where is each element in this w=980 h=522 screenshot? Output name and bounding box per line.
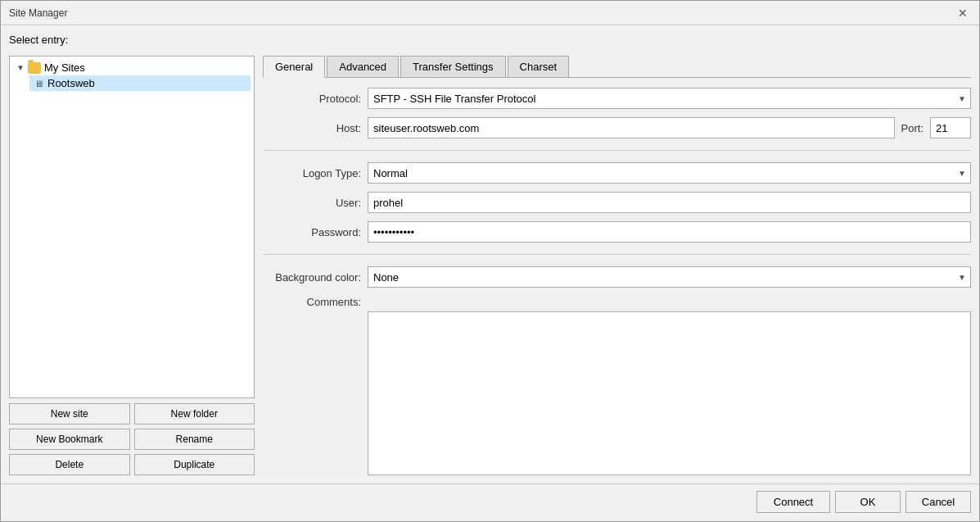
server-icon: 🖥 <box>33 78 44 89</box>
action-buttons: New site New folder New Bookmark Rename … <box>9 403 255 475</box>
left-panel: ▼ My Sites 🖥 Rootsweb New site New folde… <box>9 56 255 475</box>
tree-root-label: My Sites <box>44 61 85 74</box>
tree-child-label: Rootsweb <box>47 77 95 89</box>
tree-child-item[interactable]: 🖥 Rootsweb <box>29 75 251 91</box>
logon-type-select-wrapper: Normal Anonymous Ask for password Intera… <box>368 162 971 184</box>
password-label: Password: <box>263 226 361 238</box>
ok-button[interactable]: OK <box>835 491 901 513</box>
logon-type-row: Logon Type: Normal Anonymous Ask for pas… <box>263 162 971 184</box>
new-folder-button[interactable]: New folder <box>134 403 255 424</box>
new-site-button[interactable]: New site <box>9 403 130 424</box>
new-bookmark-button[interactable]: New Bookmark <box>9 429 130 450</box>
comments-area: Comments: <box>263 296 971 475</box>
comments-textarea[interactable] <box>368 311 971 475</box>
comments-label: Comments: <box>263 296 361 308</box>
main-area: ▼ My Sites 🖥 Rootsweb New site New folde… <box>9 56 971 475</box>
host-input[interactable] <box>368 117 895 138</box>
user-label: User: <box>263 197 361 209</box>
cancel-button[interactable]: Cancel <box>905 491 971 513</box>
protocol-select[interactable]: SFTP - SSH File Transfer Protocol FTP - … <box>368 88 971 109</box>
tab-general[interactable]: General <box>263 56 325 78</box>
bottom-bar: Connect OK Cancel <box>1 483 979 521</box>
tab-charset[interactable]: Charset <box>508 56 570 77</box>
duplicate-button[interactable]: Duplicate <box>134 454 255 475</box>
bg-color-select[interactable]: None Red Green Blue Yellow Cyan Magenta <box>368 266 971 288</box>
password-input[interactable] <box>368 221 971 243</box>
user-input[interactable] <box>368 192 971 213</box>
window-title: Site Manager <box>9 7 67 19</box>
comments-wrapper <box>368 311 971 475</box>
port-input[interactable] <box>930 117 971 138</box>
protocol-label: Protocol: <box>263 93 361 105</box>
folder-icon <box>28 62 41 74</box>
user-row: User: <box>263 192 971 213</box>
right-panel: General Advanced Transfer Settings Chars… <box>263 56 971 475</box>
separator-1 <box>263 150 971 151</box>
expand-arrow-icon: ▼ <box>16 63 25 72</box>
tab-advanced[interactable]: Advanced <box>327 56 399 77</box>
tree-root-item[interactable]: ▼ My Sites <box>13 60 251 75</box>
separator-2 <box>263 254 971 255</box>
bg-color-row: Background color: None Red Green Blue Ye… <box>263 266 971 288</box>
form-area: Protocol: SFTP - SSH File Transfer Proto… <box>263 84 971 475</box>
password-row: Password: <box>263 221 971 243</box>
tab-bar: General Advanced Transfer Settings Chars… <box>263 56 971 78</box>
bg-color-select-wrapper: None Red Green Blue Yellow Cyan Magenta … <box>368 266 971 288</box>
host-label: Host: <box>263 122 361 134</box>
select-entry-label: Select entry: <box>9 34 971 46</box>
title-bar: Site Manager ✕ <box>1 1 979 25</box>
bg-color-label: Background color: <box>263 271 361 284</box>
logon-type-label: Logon Type: <box>263 167 361 179</box>
site-tree[interactable]: ▼ My Sites 🖥 Rootsweb <box>9 56 255 398</box>
main-content: Select entry: ▼ My Sites 🖥 Rootsweb Ne <box>1 25 979 483</box>
protocol-select-wrapper: SFTP - SSH File Transfer Protocol FTP - … <box>368 88 971 109</box>
port-label: Port: <box>901 122 924 134</box>
comments-label-row: Comments: <box>263 296 971 308</box>
connect-button[interactable]: Connect <box>756 491 830 513</box>
rename-button[interactable]: Rename <box>134 429 255 450</box>
close-button[interactable]: ✕ <box>955 5 971 21</box>
site-manager-window: Site Manager ✕ Select entry: ▼ My Sites … <box>0 0 980 522</box>
protocol-row: Protocol: SFTP - SSH File Transfer Proto… <box>263 88 971 109</box>
tab-transfer-settings[interactable]: Transfer Settings <box>400 56 506 77</box>
logon-type-select[interactable]: Normal Anonymous Ask for password Intera… <box>368 162 971 184</box>
delete-button[interactable]: Delete <box>9 454 130 475</box>
host-row: Host: Port: <box>263 117 971 138</box>
